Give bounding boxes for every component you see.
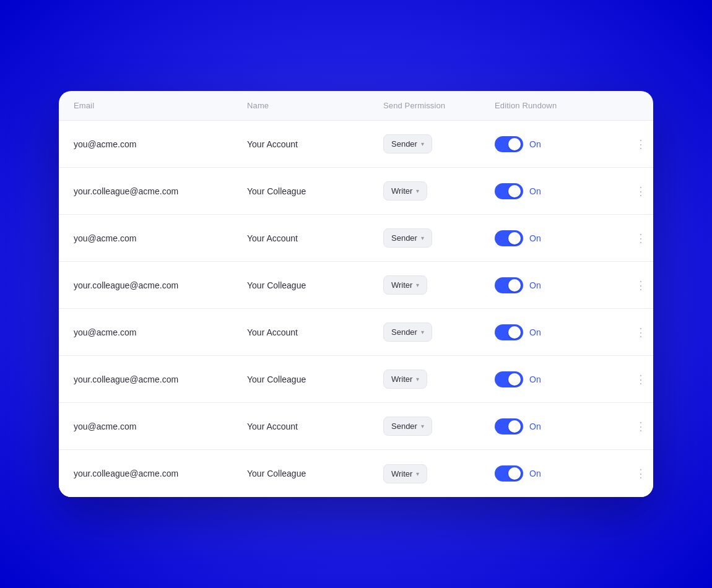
edition-cell: On: [495, 465, 631, 482]
toggle-track: [495, 465, 523, 482]
edition-rundown-toggle[interactable]: [495, 324, 523, 340]
cell-name: Your Account: [247, 422, 383, 431]
edition-cell: On: [495, 371, 631, 387]
permission-dropdown[interactable]: Writer ▾: [383, 181, 427, 201]
cell-email: your.colleague@acme.com: [74, 186, 247, 196]
table-row: you@acme.com Your Account Sender ▾ On ⋮: [59, 309, 653, 356]
toggle-thumb: [508, 420, 521, 433]
chevron-down-icon: ▾: [421, 329, 424, 335]
cell-email: your.colleague@acme.com: [74, 469, 247, 478]
permission-dropdown[interactable]: Writer ▾: [383, 464, 427, 483]
toggle-thumb: [508, 326, 521, 339]
more-options-button[interactable]: ⋮: [631, 228, 651, 248]
cell-name: Your Colleague: [247, 186, 383, 196]
permission-dropdown[interactable]: Sender ▾: [383, 417, 432, 436]
table-row: your.colleague@acme.com Your Colleague W…: [59, 450, 653, 497]
permission-value: Writer: [391, 374, 412, 384]
edition-rundown-toggle[interactable]: [495, 371, 523, 387]
toggle-track: [495, 183, 523, 199]
cell-name: Your Colleague: [247, 374, 383, 384]
edition-cell: On: [495, 277, 631, 293]
permission-value: Writer: [391, 469, 412, 478]
edition-rundown-toggle[interactable]: [495, 277, 523, 293]
more-options-button[interactable]: ⋮: [631, 134, 651, 154]
table-header: Email Name Send Permission Edition Rundo…: [59, 91, 653, 121]
edition-rundown-toggle[interactable]: [495, 136, 523, 152]
table-row: you@acme.com Your Account Sender ▾ On ⋮: [59, 215, 653, 262]
toggle-label: On: [529, 469, 541, 478]
more-options-button[interactable]: ⋮: [631, 370, 651, 389]
cell-name: Your Account: [247, 139, 383, 149]
toggle-track: [495, 371, 523, 387]
permission-cell: Sender ▾: [383, 134, 495, 153]
cell-email: you@acme.com: [74, 233, 247, 243]
permission-dropdown[interactable]: Sender ▾: [383, 322, 432, 342]
edition-cell: On: [495, 136, 631, 152]
permission-cell: Writer ▾: [383, 181, 495, 201]
permission-value: Writer: [391, 280, 412, 290]
toggle-track: [495, 136, 523, 152]
col-header-email: Email: [74, 101, 247, 110]
toggle-thumb: [508, 185, 521, 197]
edition-cell: On: [495, 418, 631, 435]
more-options-button[interactable]: ⋮: [631, 181, 651, 201]
toggle-thumb: [508, 373, 521, 386]
more-options-button[interactable]: ⋮: [631, 464, 651, 483]
edition-rundown-toggle[interactable]: [495, 465, 523, 482]
chevron-down-icon: ▾: [421, 423, 424, 430]
col-header-send-permission: Send Permission: [383, 101, 495, 110]
table-container: Email Name Send Permission Edition Rundo…: [59, 91, 653, 497]
cell-email: your.colleague@acme.com: [74, 280, 247, 290]
permission-dropdown[interactable]: Writer ▾: [383, 275, 427, 295]
table-row: your.colleague@acme.com Your Colleague W…: [59, 168, 653, 215]
permission-dropdown[interactable]: Sender ▾: [383, 228, 432, 248]
toggle-label: On: [529, 186, 541, 196]
chevron-down-icon: ▾: [416, 188, 419, 194]
permission-value: Sender: [391, 327, 417, 337]
toggle-track: [495, 324, 523, 340]
edition-rundown-toggle[interactable]: [495, 183, 523, 199]
col-header-name: Name: [247, 101, 383, 110]
permission-value: Sender: [391, 233, 417, 243]
cell-email: you@acme.com: [74, 139, 247, 149]
chevron-down-icon: ▾: [416, 282, 419, 288]
table-row: your.colleague@acme.com Your Colleague W…: [59, 262, 653, 309]
permission-dropdown[interactable]: Writer ▾: [383, 370, 427, 389]
permission-cell: Writer ▾: [383, 275, 495, 295]
cell-name: Your Colleague: [247, 469, 383, 478]
toggle-track: [495, 418, 523, 435]
main-card: Email Name Send Permission Edition Rundo…: [59, 91, 653, 497]
cell-name: Your Colleague: [247, 280, 383, 290]
permission-dropdown[interactable]: Sender ▾: [383, 134, 432, 153]
col-header-actions: [631, 101, 653, 110]
edition-cell: On: [495, 230, 631, 246]
more-options-button[interactable]: ⋮: [631, 322, 651, 342]
col-header-edition-rundown: Edition Rundown: [495, 101, 631, 110]
cell-name: Your Account: [247, 233, 383, 243]
more-options-button[interactable]: ⋮: [631, 417, 651, 436]
cell-email: you@acme.com: [74, 327, 247, 337]
permission-value: Sender: [391, 139, 417, 149]
toggle-thumb: [508, 467, 521, 480]
toggle-track: [495, 277, 523, 293]
rows-container: you@acme.com Your Account Sender ▾ On ⋮ …: [59, 121, 653, 497]
toggle-label: On: [529, 280, 541, 290]
toggle-label: On: [529, 374, 541, 384]
chevron-down-icon: ▾: [421, 235, 424, 241]
toggle-label: On: [529, 422, 541, 431]
permission-value: Writer: [391, 186, 412, 196]
permission-cell: Sender ▾: [383, 322, 495, 342]
edition-rundown-toggle[interactable]: [495, 230, 523, 246]
table-row: you@acme.com Your Account Sender ▾ On ⋮: [59, 121, 653, 168]
permission-cell: Sender ▾: [383, 228, 495, 248]
permission-cell: Writer ▾: [383, 464, 495, 483]
edition-rundown-toggle[interactable]: [495, 418, 523, 435]
toggle-label: On: [529, 139, 541, 149]
permission-value: Sender: [391, 422, 417, 431]
toggle-label: On: [529, 327, 541, 337]
more-options-button[interactable]: ⋮: [631, 275, 651, 295]
toggle-thumb: [508, 232, 521, 244]
toggle-label: On: [529, 233, 541, 243]
toggle-thumb: [508, 279, 521, 292]
cell-email: you@acme.com: [74, 422, 247, 431]
